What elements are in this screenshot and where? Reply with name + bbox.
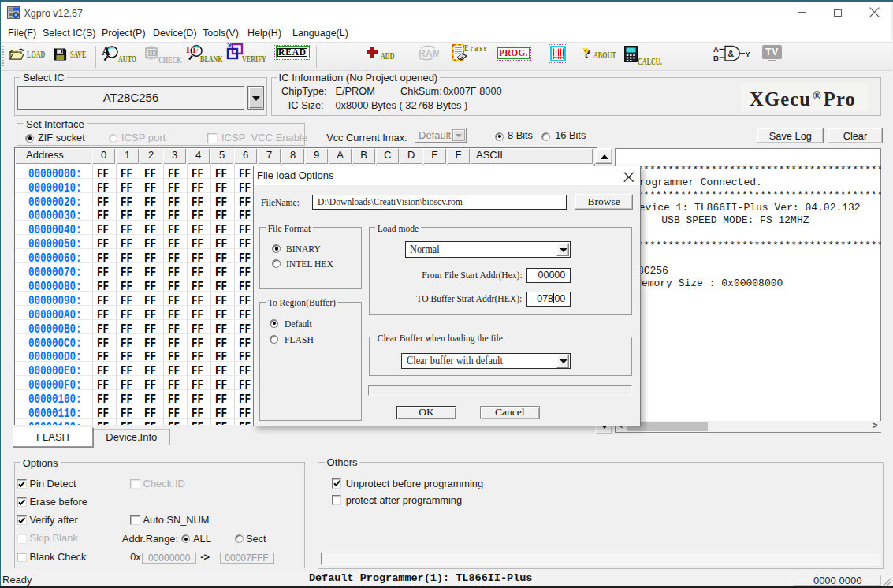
svg-text:ID: ID <box>147 48 157 58</box>
svg-text:A: A <box>713 45 719 54</box>
svg-text:Y: Y <box>746 50 750 58</box>
svg-text:RAM: RAM <box>419 48 439 59</box>
svg-text:B: B <box>713 54 719 62</box>
svg-text:&: & <box>728 49 735 58</box>
